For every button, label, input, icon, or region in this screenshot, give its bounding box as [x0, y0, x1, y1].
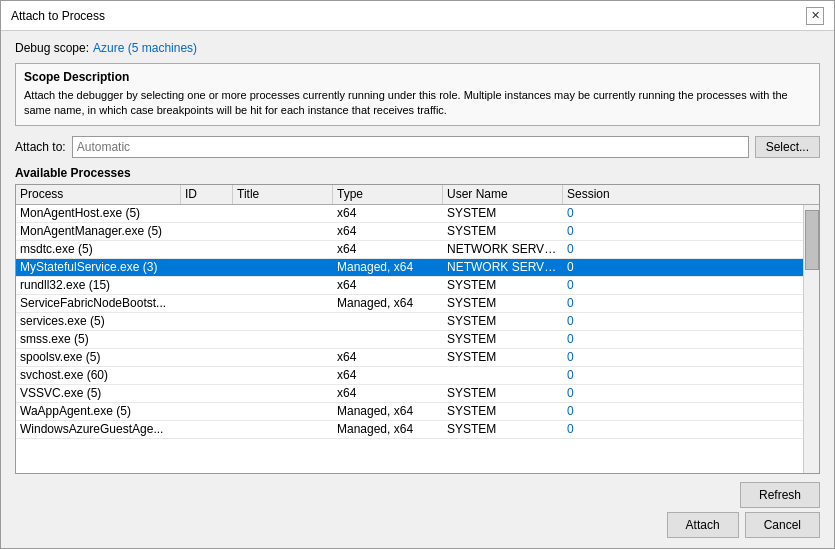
table-cell: 0 — [563, 331, 803, 347]
table-cell — [181, 392, 233, 394]
table-cell — [233, 320, 333, 322]
table-row[interactable]: spoolsv.exe (5)x64SYSTEM0 — [16, 349, 803, 367]
table-cell: 0 — [563, 241, 803, 257]
table-cell: Managed, x64 — [333, 295, 443, 311]
table-row[interactable]: smss.exe (5)SYSTEM0 — [16, 331, 803, 349]
table-cell: 0 — [563, 421, 803, 437]
table-cell: NETWORK SERVICE — [443, 241, 563, 257]
table-cell: x64 — [333, 223, 443, 239]
table-cell: Managed, x64 — [333, 403, 443, 419]
table-cell — [233, 230, 333, 232]
table-cell: 0 — [563, 259, 803, 275]
title-bar: Attach to Process ✕ — [1, 1, 834, 31]
attach-to-input[interactable] — [72, 136, 749, 158]
table-cell: 0 — [563, 403, 803, 419]
table-body[interactable]: MonAgentHost.exe (5)x64SYSTEM0MonAgentMa… — [16, 205, 803, 473]
table-cell: rundll32.exe (15) — [16, 277, 181, 293]
table-row[interactable]: VSSVC.exe (5)x64SYSTEM0 — [16, 385, 803, 403]
table-cell: WaAppAgent.exe (5) — [16, 403, 181, 419]
table-cell: Managed, x64 — [333, 259, 443, 275]
refresh-button[interactable]: Refresh — [740, 482, 820, 508]
attach-button[interactable]: Attach — [667, 512, 739, 538]
debug-scope-value: Azure (5 machines) — [93, 41, 197, 55]
table-cell — [233, 212, 333, 214]
table-cell — [181, 356, 233, 358]
close-button[interactable]: ✕ — [806, 7, 824, 25]
dialog-title: Attach to Process — [11, 9, 105, 23]
scope-description-section: Scope Description Attach the debugger by… — [15, 63, 820, 126]
table-cell: SYSTEM — [443, 331, 563, 347]
table-cell: SYSTEM — [443, 223, 563, 239]
table-cell: 0 — [563, 385, 803, 401]
table-cell — [181, 374, 233, 376]
table-row[interactable]: svchost.exe (60)x640 — [16, 367, 803, 385]
col-header-username[interactable]: User Name — [443, 185, 563, 204]
table-cell: 0 — [563, 223, 803, 239]
cancel-button[interactable]: Cancel — [745, 512, 820, 538]
table-cell: SYSTEM — [443, 205, 563, 221]
table-cell — [181, 320, 233, 322]
table-cell — [181, 230, 233, 232]
table-cell: Managed, x64 — [333, 421, 443, 437]
table-cell: SYSTEM — [443, 421, 563, 437]
table-row[interactable]: MonAgentManager.exe (5)x64SYSTEM0 — [16, 223, 803, 241]
table-row[interactable]: services.exe (5)SYSTEM0 — [16, 313, 803, 331]
table-cell — [181, 284, 233, 286]
select-button[interactable]: Select... — [755, 136, 820, 158]
table-cell: svchost.exe (60) — [16, 367, 181, 383]
table-cell: x64 — [333, 349, 443, 365]
table-inner: MonAgentHost.exe (5)x64SYSTEM0MonAgentMa… — [16, 205, 819, 473]
scope-description-text: Attach the debugger by selecting one or … — [24, 88, 811, 119]
scrollbar-track — [804, 205, 819, 473]
col-header-type[interactable]: Type — [333, 185, 443, 204]
table-cell — [233, 248, 333, 250]
attach-to-label: Attach to: — [15, 140, 66, 154]
col-header-title[interactable]: Title — [233, 185, 333, 204]
table-cell: ServiceFabricNodeBootst... — [16, 295, 181, 311]
process-table: Process ID Title Type User Name Session … — [15, 184, 820, 474]
table-cell: SYSTEM — [443, 385, 563, 401]
table-cell — [233, 374, 333, 376]
table-cell: SYSTEM — [443, 403, 563, 419]
available-processes-label: Available Processes — [15, 166, 820, 180]
table-cell — [233, 356, 333, 358]
table-cell — [333, 338, 443, 340]
table-cell: 0 — [563, 349, 803, 365]
dialog-content: Debug scope: Azure (5 machines) Scope De… — [1, 31, 834, 548]
table-row[interactable]: rundll32.exe (15)x64SYSTEM0 — [16, 277, 803, 295]
table-row[interactable]: WaAppAgent.exe (5)Managed, x64SYSTEM0 — [16, 403, 803, 421]
table-row[interactable]: ServiceFabricNodeBootst...Managed, x64SY… — [16, 295, 803, 313]
table-row[interactable]: MonAgentHost.exe (5)x64SYSTEM0 — [16, 205, 803, 223]
table-cell: WindowsAzureGuestAge... — [16, 421, 181, 437]
debug-scope-row: Debug scope: Azure (5 machines) — [15, 41, 820, 55]
table-cell: 0 — [563, 277, 803, 293]
table-row[interactable]: msdtc.exe (5)x64NETWORK SERVICE0 — [16, 241, 803, 259]
table-cell: SYSTEM — [443, 313, 563, 329]
table-cell — [233, 392, 333, 394]
table-cell: SYSTEM — [443, 295, 563, 311]
table-row[interactable]: WindowsAzureGuestAge...Managed, x64SYSTE… — [16, 421, 803, 439]
col-header-process[interactable]: Process — [16, 185, 181, 204]
action-buttons: Attach Cancel — [15, 512, 820, 538]
table-cell — [181, 410, 233, 412]
table-cell: VSSVC.exe (5) — [16, 385, 181, 401]
table-row[interactable]: MyStatefulService.exe (3)Managed, x64NET… — [16, 259, 803, 277]
scrollbar[interactable] — [803, 205, 819, 473]
table-cell — [181, 266, 233, 268]
col-header-id[interactable]: ID — [181, 185, 233, 204]
col-header-session[interactable]: Session — [563, 185, 819, 204]
debug-scope-label: Debug scope: — [15, 41, 89, 55]
table-cell: 0 — [563, 313, 803, 329]
table-cell — [233, 284, 333, 286]
table-cell: x64 — [333, 205, 443, 221]
table-cell: services.exe (5) — [16, 313, 181, 329]
table-cell: x64 — [333, 367, 443, 383]
table-cell — [181, 302, 233, 304]
table-cell — [443, 374, 563, 376]
table-cell: spoolsv.exe (5) — [16, 349, 181, 365]
table-cell: SYSTEM — [443, 277, 563, 293]
table-cell — [181, 428, 233, 430]
table-cell — [333, 320, 443, 322]
table-cell — [233, 410, 333, 412]
table-cell: SYSTEM — [443, 349, 563, 365]
